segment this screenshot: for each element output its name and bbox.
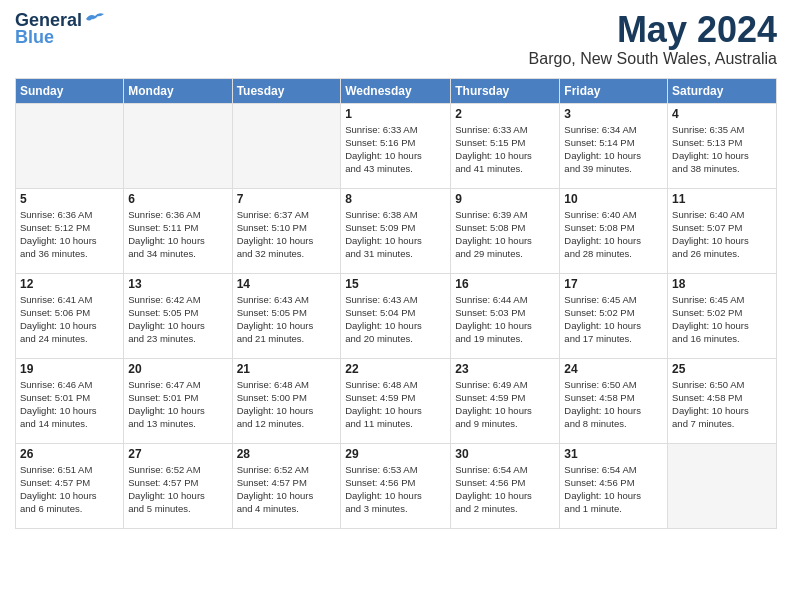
day-number: 11 — [672, 192, 772, 206]
location: Bargo, New South Wales, Australia — [529, 50, 777, 68]
calendar-day-cell: 8Sunrise: 6:38 AM Sunset: 5:09 PM Daylig… — [341, 188, 451, 273]
day-info: Sunrise: 6:35 AM Sunset: 5:13 PM Dayligh… — [672, 123, 772, 176]
day-number: 3 — [564, 107, 663, 121]
calendar-day-cell: 7Sunrise: 6:37 AM Sunset: 5:10 PM Daylig… — [232, 188, 341, 273]
day-info: Sunrise: 6:43 AM Sunset: 5:05 PM Dayligh… — [237, 293, 337, 346]
day-info: Sunrise: 6:36 AM Sunset: 5:12 PM Dayligh… — [20, 208, 119, 261]
day-number: 4 — [672, 107, 772, 121]
day-info: Sunrise: 6:45 AM Sunset: 5:02 PM Dayligh… — [564, 293, 663, 346]
day-number: 6 — [128, 192, 227, 206]
header-right: May 2024 Bargo, New South Wales, Austral… — [529, 10, 777, 68]
day-number: 21 — [237, 362, 337, 376]
day-number: 25 — [672, 362, 772, 376]
weekday-header: Monday — [124, 78, 232, 103]
day-number: 2 — [455, 107, 555, 121]
day-number: 17 — [564, 277, 663, 291]
day-number: 7 — [237, 192, 337, 206]
day-info: Sunrise: 6:54 AM Sunset: 4:56 PM Dayligh… — [455, 463, 555, 516]
calendar-week-row: 26Sunrise: 6:51 AM Sunset: 4:57 PM Dayli… — [16, 443, 777, 528]
calendar-day-cell: 1Sunrise: 6:33 AM Sunset: 5:16 PM Daylig… — [341, 103, 451, 188]
calendar-day-cell: 2Sunrise: 6:33 AM Sunset: 5:15 PM Daylig… — [451, 103, 560, 188]
day-info: Sunrise: 6:36 AM Sunset: 5:11 PM Dayligh… — [128, 208, 227, 261]
calendar-day-cell: 12Sunrise: 6:41 AM Sunset: 5:06 PM Dayli… — [16, 273, 124, 358]
day-info: Sunrise: 6:46 AM Sunset: 5:01 PM Dayligh… — [20, 378, 119, 431]
day-number: 16 — [455, 277, 555, 291]
weekday-header: Thursday — [451, 78, 560, 103]
calendar-day-cell: 3Sunrise: 6:34 AM Sunset: 5:14 PM Daylig… — [560, 103, 668, 188]
day-number: 13 — [128, 277, 227, 291]
calendar-day-cell: 24Sunrise: 6:50 AM Sunset: 4:58 PM Dayli… — [560, 358, 668, 443]
calendar-day-cell: 15Sunrise: 6:43 AM Sunset: 5:04 PM Dayli… — [341, 273, 451, 358]
day-info: Sunrise: 6:45 AM Sunset: 5:02 PM Dayligh… — [672, 293, 772, 346]
day-info: Sunrise: 6:50 AM Sunset: 4:58 PM Dayligh… — [672, 378, 772, 431]
day-number: 22 — [345, 362, 446, 376]
weekday-header: Friday — [560, 78, 668, 103]
day-info: Sunrise: 6:43 AM Sunset: 5:04 PM Dayligh… — [345, 293, 446, 346]
calendar-day-cell: 30Sunrise: 6:54 AM Sunset: 4:56 PM Dayli… — [451, 443, 560, 528]
weekday-header: Saturday — [668, 78, 777, 103]
day-info: Sunrise: 6:37 AM Sunset: 5:10 PM Dayligh… — [237, 208, 337, 261]
calendar-day-cell: 19Sunrise: 6:46 AM Sunset: 5:01 PM Dayli… — [16, 358, 124, 443]
day-number: 24 — [564, 362, 663, 376]
day-number: 15 — [345, 277, 446, 291]
weekday-header: Tuesday — [232, 78, 341, 103]
calendar-week-row: 5Sunrise: 6:36 AM Sunset: 5:12 PM Daylig… — [16, 188, 777, 273]
day-info: Sunrise: 6:47 AM Sunset: 5:01 PM Dayligh… — [128, 378, 227, 431]
month-title: May 2024 — [529, 10, 777, 50]
day-number: 31 — [564, 447, 663, 461]
day-number: 5 — [20, 192, 119, 206]
day-number: 8 — [345, 192, 446, 206]
day-info: Sunrise: 6:52 AM Sunset: 4:57 PM Dayligh… — [237, 463, 337, 516]
calendar-day-cell: 13Sunrise: 6:42 AM Sunset: 5:05 PM Dayli… — [124, 273, 232, 358]
day-info: Sunrise: 6:53 AM Sunset: 4:56 PM Dayligh… — [345, 463, 446, 516]
day-number: 27 — [128, 447, 227, 461]
logo-bird-icon — [84, 11, 106, 27]
weekday-header: Wednesday — [341, 78, 451, 103]
day-number: 30 — [455, 447, 555, 461]
day-info: Sunrise: 6:33 AM Sunset: 5:16 PM Dayligh… — [345, 123, 446, 176]
weekday-header-row: SundayMondayTuesdayWednesdayThursdayFrid… — [16, 78, 777, 103]
calendar-day-cell — [232, 103, 341, 188]
day-info: Sunrise: 6:48 AM Sunset: 5:00 PM Dayligh… — [237, 378, 337, 431]
weekday-header: Sunday — [16, 78, 124, 103]
day-info: Sunrise: 6:50 AM Sunset: 4:58 PM Dayligh… — [564, 378, 663, 431]
day-info: Sunrise: 6:39 AM Sunset: 5:08 PM Dayligh… — [455, 208, 555, 261]
day-number: 29 — [345, 447, 446, 461]
calendar-day-cell: 28Sunrise: 6:52 AM Sunset: 4:57 PM Dayli… — [232, 443, 341, 528]
calendar-day-cell — [668, 443, 777, 528]
day-number: 10 — [564, 192, 663, 206]
day-info: Sunrise: 6:40 AM Sunset: 5:07 PM Dayligh… — [672, 208, 772, 261]
day-number: 9 — [455, 192, 555, 206]
calendar-day-cell: 18Sunrise: 6:45 AM Sunset: 5:02 PM Dayli… — [668, 273, 777, 358]
day-number: 20 — [128, 362, 227, 376]
page-header: General Blue May 2024 Bargo, New South W… — [15, 10, 777, 68]
day-number: 18 — [672, 277, 772, 291]
logo: General Blue — [15, 10, 106, 48]
day-number: 12 — [20, 277, 119, 291]
calendar-week-row: 12Sunrise: 6:41 AM Sunset: 5:06 PM Dayli… — [16, 273, 777, 358]
calendar-day-cell: 9Sunrise: 6:39 AM Sunset: 5:08 PM Daylig… — [451, 188, 560, 273]
calendar-day-cell: 23Sunrise: 6:49 AM Sunset: 4:59 PM Dayli… — [451, 358, 560, 443]
calendar-week-row: 1Sunrise: 6:33 AM Sunset: 5:16 PM Daylig… — [16, 103, 777, 188]
calendar-day-cell: 25Sunrise: 6:50 AM Sunset: 4:58 PM Dayli… — [668, 358, 777, 443]
day-number: 23 — [455, 362, 555, 376]
calendar-table: SundayMondayTuesdayWednesdayThursdayFrid… — [15, 78, 777, 529]
day-info: Sunrise: 6:51 AM Sunset: 4:57 PM Dayligh… — [20, 463, 119, 516]
day-number: 1 — [345, 107, 446, 121]
calendar-day-cell: 11Sunrise: 6:40 AM Sunset: 5:07 PM Dayli… — [668, 188, 777, 273]
calendar-day-cell: 17Sunrise: 6:45 AM Sunset: 5:02 PM Dayli… — [560, 273, 668, 358]
day-info: Sunrise: 6:49 AM Sunset: 4:59 PM Dayligh… — [455, 378, 555, 431]
calendar-day-cell: 5Sunrise: 6:36 AM Sunset: 5:12 PM Daylig… — [16, 188, 124, 273]
day-number: 14 — [237, 277, 337, 291]
calendar-day-cell: 6Sunrise: 6:36 AM Sunset: 5:11 PM Daylig… — [124, 188, 232, 273]
day-info: Sunrise: 6:54 AM Sunset: 4:56 PM Dayligh… — [564, 463, 663, 516]
calendar-day-cell: 22Sunrise: 6:48 AM Sunset: 4:59 PM Dayli… — [341, 358, 451, 443]
calendar-day-cell — [124, 103, 232, 188]
day-number: 19 — [20, 362, 119, 376]
day-info: Sunrise: 6:44 AM Sunset: 5:03 PM Dayligh… — [455, 293, 555, 346]
logo-blue: Blue — [15, 27, 54, 48]
calendar-day-cell: 10Sunrise: 6:40 AM Sunset: 5:08 PM Dayli… — [560, 188, 668, 273]
calendar-day-cell: 21Sunrise: 6:48 AM Sunset: 5:00 PM Dayli… — [232, 358, 341, 443]
day-info: Sunrise: 6:40 AM Sunset: 5:08 PM Dayligh… — [564, 208, 663, 261]
calendar-day-cell: 31Sunrise: 6:54 AM Sunset: 4:56 PM Dayli… — [560, 443, 668, 528]
